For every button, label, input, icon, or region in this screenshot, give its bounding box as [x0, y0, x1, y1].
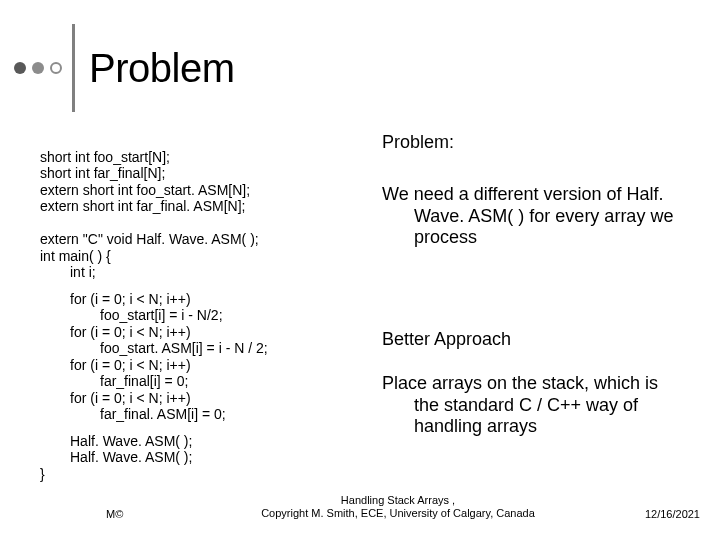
- code-line: for (i = 0; i < N; i++): [40, 291, 191, 307]
- left-column: short int foo_start[N]; short int far_fi…: [40, 132, 360, 482]
- code-line: int main( ) {: [40, 248, 111, 264]
- code-line: extern "C" void Half. Wave. ASM( );: [40, 231, 259, 247]
- footer-line2: Copyright M. Smith, ECE, University of C…: [186, 507, 610, 520]
- code-line: Half. Wave. ASM( );: [40, 449, 192, 465]
- code-line: far_final. ASM[i] = 0;: [40, 406, 226, 422]
- slide-title: Problem: [89, 46, 234, 91]
- content-area: short int foo_start[N]; short int far_fi…: [0, 112, 720, 482]
- code-line: for (i = 0; i < N; i++): [40, 357, 191, 373]
- footer-line1: Handling Stack Arrays ,: [186, 494, 610, 507]
- code-line: }: [40, 466, 45, 482]
- code-line: short int far_final[N];: [40, 165, 165, 181]
- code-line: for (i = 0; i < N; i++): [40, 390, 191, 406]
- footer: M© Handling Stack Arrays , Copyright M. …: [0, 494, 720, 520]
- title-divider-icon: [72, 24, 75, 112]
- code-line: for (i = 0; i < N; i++): [40, 324, 191, 340]
- code-line: int i;: [40, 264, 96, 280]
- footer-center: Handling Stack Arrays , Copyright M. Smi…: [186, 494, 610, 520]
- problem-heading: Problem:: [382, 132, 682, 153]
- footer-date: 12/16/2021: [610, 508, 700, 520]
- code-line: far_final[i] = 0;: [40, 373, 188, 389]
- bullet-mid-icon: [32, 62, 44, 74]
- bullet-outline-icon: [50, 62, 62, 74]
- code-calls: Half. Wave. ASM( ); Half. Wave. ASM( ); …: [40, 433, 360, 483]
- code-line: extern short int far_final. ASM[N];: [40, 198, 245, 214]
- title-bar: Problem: [0, 0, 720, 112]
- title-bullets: [14, 62, 62, 74]
- code-line: foo_start[i] = i - N/2;: [40, 307, 223, 323]
- code-line: Half. Wave. ASM( );: [40, 433, 192, 449]
- code-declarations: short int foo_start[N]; short int far_fi…: [40, 132, 360, 281]
- code-line: short int foo_start[N];: [40, 149, 170, 165]
- footer-left: M©: [106, 508, 186, 520]
- right-column: Problem: We need a different version of …: [382, 132, 682, 482]
- code-line: extern short int foo_start. ASM[N];: [40, 182, 250, 198]
- code-line: foo_start. ASM[i] = i - N / 2;: [40, 340, 268, 356]
- approach-text: Place arrays on the stack, which is the …: [382, 373, 682, 438]
- problem-text: We need a different version of Half. Wav…: [382, 184, 682, 249]
- approach-heading: Better Approach: [382, 329, 682, 350]
- code-loops: for (i = 0; i < N; i++) foo_start[i] = i…: [40, 291, 360, 423]
- bullet-dark-icon: [14, 62, 26, 74]
